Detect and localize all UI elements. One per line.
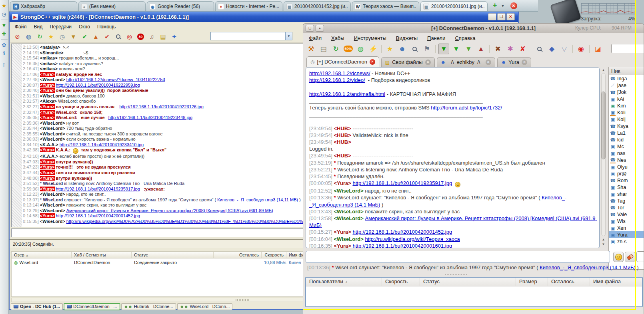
menu-item[interactable]: Окно (75, 23, 94, 30)
menu-item[interactable]: Вид (30, 23, 46, 30)
tab-close-icon[interactable]: ✕ (370, 59, 375, 65)
nick-row[interactable]: ▣Mc (609, 143, 644, 150)
combobox-dropdown-icon[interactable]: ▼ (285, 32, 292, 40)
info-panel-icon[interactable]: ℹ (0, 49, 8, 58)
horizontal-scrollbar[interactable] (11, 298, 312, 302)
nick-row[interactable]: ☎Rom (609, 177, 644, 184)
chat-link[interactable]: Кипелов_-_Я_свободен.mp3 (14,11 МБ) (217, 197, 298, 202)
chat-link[interactable]: http://192.168.1.2/dcnews/ (309, 70, 370, 76)
taskbar-item[interactable]: ☻☻WiseLord - DConn... (177, 303, 233, 310)
taskbar-item[interactable]: Open - DC Hub (1... (11, 303, 63, 310)
widgets-panel-icon[interactable]: ✚ (0, 30, 8, 38)
column-header[interactable]: Статус (420, 278, 516, 286)
chat-link[interactable]: http://192.168.1.2/video/ (309, 77, 365, 83)
column-header[interactable]: Озер▲ (12, 252, 72, 258)
chat-link[interactable]: http://192.168.1.1/buf/20100419235917.jp… (56, 187, 140, 191)
bookmarks-panel-icon[interactable]: ★ (0, 2, 8, 10)
chat-link[interactable]: Американский пирог: Лузеры в Америке. Ре… (66, 208, 273, 213)
chat-link[interactable]: http://192.168.1.1/buf/20100420001452.jp… (352, 229, 452, 235)
finished-uploads-icon[interactable]: ▲ (476, 44, 486, 54)
chat-link[interactable]: http://ru.wikipedia.org/wiki/Теория_хаос… (365, 236, 460, 242)
keep-above-button[interactable]: ◻ (306, 25, 314, 32)
nick-row[interactable]: ▣zh-s (609, 238, 644, 245)
minimize-button[interactable]: — (488, 13, 496, 20)
toolbar-search-input[interactable] (611, 44, 644, 53)
chat-scrollbar[interactable]: ▲ ▲ ▼ (600, 68, 606, 248)
tab-menu-chevron-icon[interactable]: ▾ (502, 4, 504, 8)
share-browser-icon[interactable]: ▤ (318, 44, 329, 54)
hub-tab[interactable]: ☻Yura✕ (497, 57, 531, 67)
menu-item[interactable]: Файл (11, 23, 30, 30)
nick-row[interactable]: ▣pr@ (609, 170, 644, 177)
column-header[interactable]: Осталось (214, 252, 262, 258)
menu-item[interactable]: Инструменты (354, 35, 386, 41)
download-queue-icon[interactable]: ▼ (68, 32, 78, 42)
browser-tab[interactable]: ◉Google Reader (56) (147, 1, 214, 11)
nick-row[interactable]: ▣nas (609, 150, 644, 157)
nick-row[interactable]: ▣Kim (609, 102, 644, 109)
menu-item[interactable]: Помощь (94, 23, 119, 30)
column-header[interactable]: Размер (516, 278, 548, 286)
web-server-icon[interactable]: ◍ (355, 44, 366, 54)
strongdc-title-bar[interactable]: ▶ StrongDC++ sqlite (r2446) - [DConnectD… (10, 12, 518, 22)
refresh-icon[interactable]: ↻ (35, 32, 45, 42)
chat-link[interactable]: http://192.168.1.1/buf/20100420001452.jp… (56, 213, 140, 218)
new-tab-button[interactable]: + (493, 1, 497, 10)
browser-tab[interactable]: ●(Без имени) (78, 1, 146, 11)
emoticon-button[interactable]: ☺ (613, 252, 624, 262)
transfer-row[interactable]: ◍WiseLordDConnectDaemonСоединение закрыт… (12, 258, 312, 265)
splitter-handle[interactable] (445, 274, 467, 276)
nick-row[interactable]: ▣Olyu (609, 163, 644, 170)
browser-close-button[interactable]: ✕ (510, 2, 517, 9)
finished-downloads-icon[interactable]: ▼ (451, 44, 462, 54)
nick-row[interactable]: ☎Tag (609, 197, 644, 204)
chat-link[interactable]: http://192.168.1.2/dcnews/?dcnew=1004192… (66, 77, 165, 82)
nick-row[interactable]: ☎Vale (609, 211, 644, 218)
menu-item[interactable]: Справка (455, 35, 475, 41)
browser-tab[interactable]: ▦20100420001601.jpg (и... (420, 1, 488, 11)
column-header[interactable]: Хаб / Сегменты (72, 252, 132, 258)
connect-icon[interactable]: ⚡ (368, 44, 378, 54)
adl-search-icon[interactable]: ◎ (124, 32, 134, 42)
shade-button[interactable]: ▴ (316, 25, 324, 32)
notepad-icon[interactable]: ▤ (158, 32, 168, 42)
search-icon[interactable] (113, 32, 123, 42)
clear-input-button[interactable] (625, 252, 635, 262)
hub-address-combobox[interactable]: ▼ (210, 32, 292, 40)
close-button[interactable]: ✕ (506, 13, 515, 20)
quick-connect-icon[interactable]: ✦ (169, 32, 179, 42)
tab-close-icon[interactable]: ✕ (486, 60, 491, 65)
nick-row[interactable]: ☎Tor (609, 204, 644, 211)
menu-item[interactable]: Хабы (331, 35, 344, 41)
chat-link[interactable]: http://192.168.1.1/buf/20100419223448.jp… (108, 115, 192, 120)
search-binoculars-icon[interactable] (409, 44, 420, 54)
settings-icon[interactable]: ⚒ (306, 44, 316, 54)
nick-row[interactable]: ▣Kolj (609, 116, 644, 123)
nick-row[interactable]: ☎Ksya (609, 123, 644, 129)
hub-chat-box[interactable]: http://192.168.1.2/dcnews/ - Новинки DC+… (306, 68, 600, 248)
nick-row[interactable]: ▣Wis (609, 218, 644, 225)
nick-row[interactable]: ▣Sha (609, 184, 644, 191)
nick-row[interactable]: ☎Nes (609, 157, 644, 163)
column-header[interactable]: Пользователи ∧ (306, 278, 382, 286)
chat-link[interactable]: http://192.168.1.1/buf/20100419233410.jp… (60, 142, 144, 147)
scroll-down-icon[interactable]: ▼ (600, 242, 606, 246)
menu-item[interactable]: Панели (427, 35, 445, 41)
nick-row[interactable]: ☎lcd (609, 136, 644, 143)
hub-chat-area[interactable]: 2:13:50] <natalya> >.<2:14:19] <Simantic… (11, 44, 311, 227)
scrollbar-thumb[interactable] (601, 91, 606, 159)
finished-downloads-icon[interactable]: ✔ (80, 32, 90, 42)
column-header[interactable]: Скорость (382, 278, 420, 286)
favorite-users-icon[interactable]: ☻ (397, 44, 408, 54)
speed-limit-icon[interactable]: 80 (136, 32, 146, 42)
find-in-chat-icon[interactable] (534, 44, 545, 54)
tab-close-icon[interactable]: ✕ (425, 60, 431, 65)
hub-tab[interactable]: ▤Свои файлы✕ (381, 57, 435, 67)
public-hubs-icon[interactable]: ⚑ (422, 44, 432, 54)
nick-row[interactable]: ▣shar (609, 191, 644, 197)
nick-row[interactable]: ▣Koli (609, 109, 644, 116)
chat-link[interactable]: Кипелов_-_Я_свободен.mp3 (14.1 МиБ) (540, 264, 636, 270)
userlist-header[interactable]: Ник (609, 67, 644, 75)
menu-item[interactable]: Виджеты (396, 35, 418, 41)
browser-tab[interactable]: ✦Новости - Internet - Pe... (215, 1, 282, 11)
